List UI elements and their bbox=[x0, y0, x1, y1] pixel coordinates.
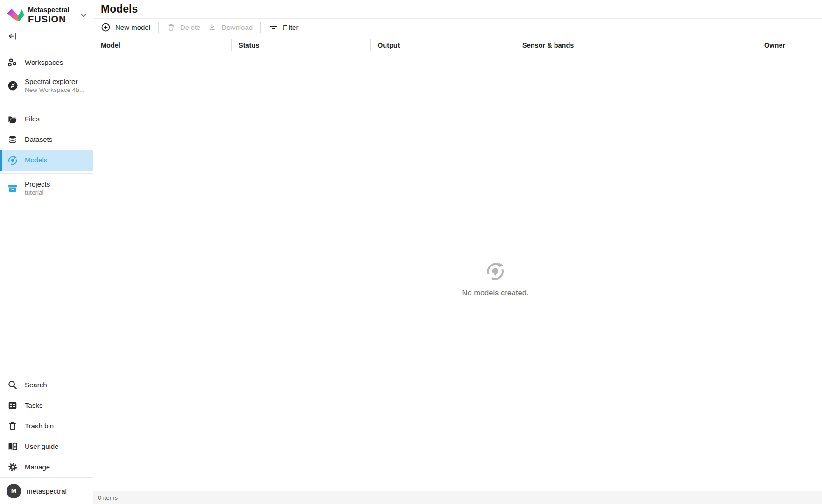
delete-button[interactable]: Delete bbox=[163, 21, 204, 35]
sidebar: Metaspectral FUSION Workspac bbox=[0, 0, 93, 504]
divider bbox=[0, 106, 93, 106]
toolbar: New model Delete bbox=[93, 19, 822, 36]
sidebar-item-label: Tasks bbox=[25, 401, 42, 410]
chevron-down-icon[interactable] bbox=[78, 10, 89, 21]
fusion-logo-icon bbox=[6, 7, 25, 23]
account-name: metaspectral bbox=[27, 487, 67, 495]
sidebar-item-projects[interactable]: Projects tutorial bbox=[0, 176, 93, 201]
page-header: Models bbox=[93, 0, 822, 19]
collapse-sidebar-button[interactable] bbox=[6, 29, 20, 43]
column-label: Model bbox=[101, 42, 120, 49]
sidebar-nav-bottom: Search Tasks bbox=[0, 375, 93, 477]
brand-name: Metaspectral bbox=[28, 6, 70, 14]
trash-icon bbox=[7, 421, 19, 431]
sidebar-item-datasets[interactable]: Datasets bbox=[0, 130, 93, 150]
folder-icon bbox=[7, 114, 19, 125]
app-window: Metaspectral FUSION Workspac bbox=[0, 0, 822, 504]
book-icon bbox=[7, 441, 19, 452]
project-name: tutorial bbox=[25, 189, 50, 197]
plus-circle-icon bbox=[101, 22, 111, 32]
items-count: 0 items bbox=[98, 494, 118, 501]
sidebar-item-manage[interactable]: Manage bbox=[0, 457, 93, 477]
filter-label: Filter bbox=[283, 23, 298, 31]
sidebar-item-label: Workspaces bbox=[25, 58, 63, 67]
sidebar-spacer bbox=[0, 201, 93, 375]
status-bar-separator bbox=[123, 494, 123, 502]
new-model-button[interactable]: New model bbox=[97, 21, 154, 35]
download-button[interactable]: Download bbox=[204, 21, 256, 35]
sidebar-item-label: Files bbox=[25, 115, 40, 124]
sidebar-item-label: User guide bbox=[25, 442, 59, 451]
download-label: Download bbox=[221, 23, 253, 31]
sidebar-item-label: Manage bbox=[25, 463, 50, 472]
search-icon bbox=[7, 380, 19, 390]
brand: Metaspectral FUSION bbox=[0, 0, 93, 28]
sidebar-item-files[interactable]: Files bbox=[0, 109, 93, 130]
sidebar-item-label: Models bbox=[25, 156, 47, 165]
models-table-body: No models created. bbox=[93, 54, 822, 491]
column-label: Output bbox=[378, 42, 400, 49]
brand-product: FUSION bbox=[28, 14, 70, 25]
trash-icon bbox=[167, 23, 176, 32]
sidebar-item-tasks[interactable]: Tasks bbox=[0, 395, 93, 416]
empty-state-message: No models created. bbox=[462, 288, 528, 297]
column-label: Owner bbox=[764, 42, 785, 49]
compass-icon bbox=[7, 80, 19, 91]
sidebar-item-label: Spectral explorer bbox=[25, 77, 84, 86]
page-title: Models bbox=[101, 3, 138, 15]
filter-icon bbox=[269, 23, 278, 32]
sidebar-item-label: Projects bbox=[25, 180, 50, 189]
brand-text: Metaspectral FUSION bbox=[28, 6, 70, 25]
sidebar-item-label: Trash bin bbox=[25, 422, 54, 431]
delete-label: Delete bbox=[180, 23, 200, 31]
table-header: Model Status Output Sensor & bands Owner bbox=[93, 36, 822, 54]
divider bbox=[0, 173, 93, 174]
column-header-sensor-bands[interactable]: Sensor & bands bbox=[515, 36, 757, 54]
sidebar-item-spectral-explorer[interactable]: Spectral explorer New Workspace 4b... bbox=[0, 73, 93, 98]
sidebar-item-label: Datasets bbox=[25, 135, 52, 144]
new-model-label: New model bbox=[115, 23, 150, 31]
status-bar: 0 items bbox=[93, 491, 822, 504]
sidebar-nav-top: Workspaces Spectral explorer New Workspa… bbox=[0, 53, 93, 201]
toolbar-separator bbox=[158, 22, 159, 33]
account-menu[interactable]: M metaspectral bbox=[0, 477, 93, 504]
sidebar-item-search[interactable]: Search bbox=[0, 375, 93, 395]
download-icon bbox=[208, 23, 217, 32]
column-header-status[interactable]: Status bbox=[231, 36, 370, 54]
sidebar-item-models[interactable]: Models bbox=[0, 150, 93, 171]
tasks-icon bbox=[7, 400, 19, 411]
collapse-left-icon bbox=[8, 31, 18, 41]
sidebar-item-user-guide[interactable]: User guide bbox=[0, 436, 93, 457]
workspace-name: New Workspace 4b... bbox=[25, 86, 84, 94]
column-label: Status bbox=[239, 42, 259, 49]
column-header-model[interactable]: Model bbox=[93, 36, 231, 54]
avatar: M bbox=[7, 484, 21, 498]
column-header-output[interactable]: Output bbox=[370, 36, 515, 54]
sidebar-item-workspaces[interactable]: Workspaces bbox=[0, 53, 93, 73]
workspaces-icon bbox=[7, 58, 19, 68]
toolbar-separator bbox=[260, 22, 261, 33]
sidebar-item-trash-bin[interactable]: Trash bin bbox=[0, 416, 93, 436]
empty-state: No models created. bbox=[462, 260, 528, 297]
models-empty-icon bbox=[462, 260, 528, 284]
column-label: Sensor & bands bbox=[522, 42, 574, 49]
models-icon bbox=[7, 155, 19, 166]
column-header-owner[interactable]: Owner bbox=[757, 36, 822, 54]
filter-button[interactable]: Filter bbox=[265, 21, 302, 35]
sidebar-item-label: Search bbox=[25, 381, 47, 390]
main-content: Models New model Delete bbox=[93, 0, 822, 504]
database-icon bbox=[7, 135, 19, 145]
gear-icon bbox=[7, 462, 19, 472]
project-box-icon bbox=[7, 183, 19, 194]
